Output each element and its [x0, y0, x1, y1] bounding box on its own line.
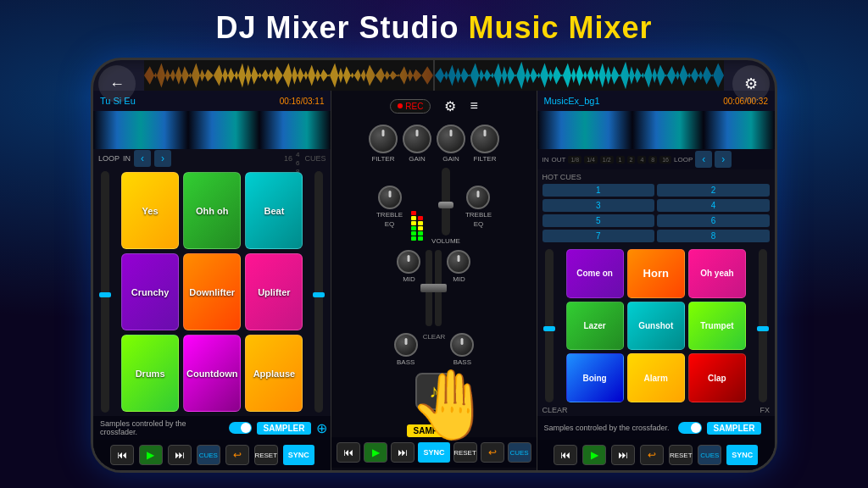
right-in-label: IN — [542, 156, 549, 164]
center-sampler-btn[interactable]: SAMPLER — [407, 424, 462, 437]
bass-right-knob[interactable] — [450, 333, 474, 357]
right-reset-btn[interactable]: RESET — [669, 445, 693, 465]
hot-cue-6[interactable]: 6 — [657, 214, 770, 227]
frac-16[interactable]: 16 — [659, 156, 671, 164]
left-right-pitch-bar[interactable] — [314, 171, 323, 413]
filter-left-knob[interactable] — [369, 125, 398, 153]
frac-2[interactable]: 2 — [627, 156, 636, 164]
hot-cue-7[interactable]: 7 — [542, 230, 655, 242]
right-next-btn[interactable]: ⏭ — [611, 445, 635, 465]
hot-cue-3[interactable]: 3 — [542, 199, 655, 212]
right-pad-4[interactable]: Lazer — [566, 302, 624, 351]
center-transport: ⏮ ▶ ⏭ SYNC RESET ↩ CUES — [331, 437, 536, 468]
right-pitch-bar-left[interactable] — [545, 249, 554, 402]
hot-cue-8[interactable]: 8 — [657, 230, 770, 242]
center-prev-btn[interactable]: ⏮ — [337, 442, 360, 463]
right-nav-next[interactable]: › — [715, 151, 732, 168]
center-loop-btn[interactable]: ↩ — [481, 442, 504, 463]
left-pad-1[interactable]: Yes — [121, 172, 179, 249]
right-pad-2[interactable]: Horn — [627, 249, 685, 298]
left-pad-5[interactable]: Downlifter — [183, 253, 241, 330]
left-prev-btn[interactable]: ⏮ — [110, 445, 134, 465]
right-pad-5[interactable]: Gunshot — [627, 302, 685, 351]
left-pad-8[interactable]: Countdown — [183, 335, 241, 412]
right-pad-3[interactable]: Oh yeah — [688, 249, 746, 298]
right-fx-label: FX — [760, 406, 770, 414]
right-nav-prev[interactable]: ‹ — [695, 151, 712, 168]
center-cues-btn[interactable]: CUES — [508, 442, 531, 463]
left-pad-6[interactable]: Uplifter — [245, 253, 303, 330]
treble-eq-left: TREBLE EQ — [376, 186, 403, 228]
right-play-btn[interactable]: ▶ — [582, 445, 606, 465]
frac-1-4[interactable]: 1/4 — [584, 156, 598, 164]
music-note-btn[interactable]: ♪ — [415, 373, 453, 410]
left-cues-btn[interactable]: CUES — [197, 445, 220, 465]
back-button[interactable]: ← — [98, 65, 136, 103]
frac-4[interactable]: 4 — [637, 156, 646, 164]
phone-frame: ← ⚙ Tu Si Eu 00:16/03:11 LOOP IN ‹ › 16 — [91, 58, 777, 473]
bass-right-label: BASS — [453, 358, 471, 366]
left-toggle[interactable] — [229, 422, 252, 434]
frac-1-8[interactable]: 1/8 — [568, 156, 581, 164]
right-pad-7[interactable]: Boing — [566, 353, 624, 402]
treble-left-label: TREBLE — [376, 211, 403, 219]
right-pad-8[interactable]: Alarm — [627, 353, 685, 402]
center-play-btn[interactable]: ▶ — [364, 442, 387, 463]
left-right-pitch-thumb — [313, 292, 325, 297]
left-pad-7[interactable]: Drums — [121, 335, 179, 412]
settings-button[interactable]: ⚙ — [732, 65, 770, 103]
right-prev-btn[interactable]: ⏮ — [554, 445, 577, 465]
right-pitch-bar-right[interactable] — [759, 249, 767, 402]
right-sampler-btn[interactable]: SAMPLER — [707, 422, 762, 435]
center-sync-btn[interactable]: SYNC — [418, 442, 449, 463]
right-pad-1[interactable]: Come on — [566, 249, 624, 298]
eq-icon[interactable]: ⚙ — [444, 98, 456, 114]
left-pad-2[interactable]: Ohh oh — [183, 172, 241, 249]
right-loop-btn[interactable]: ↩ — [640, 445, 664, 465]
right-pad-6[interactable]: Trumpet — [688, 302, 746, 351]
left-in-label: IN — [123, 154, 131, 163]
treble-right-knob[interactable] — [466, 186, 490, 209]
hot-cue-2[interactable]: 2 — [657, 184, 770, 197]
left-pad-4[interactable]: Crunchy — [121, 253, 179, 330]
hot-cue-1[interactable]: 1 — [542, 184, 655, 197]
right-fader-track[interactable] — [435, 250, 442, 326]
center-next-btn[interactable]: ⏭ — [391, 442, 415, 463]
left-play-btn[interactable]: ▶ — [139, 445, 163, 465]
filter-right-knob[interactable] — [470, 125, 499, 153]
right-pad-9[interactable]: Clap — [688, 353, 746, 402]
treble-left-knob[interactable] — [378, 186, 402, 209]
rec-button[interactable]: REC — [390, 99, 431, 114]
right-cues-btn[interactable]: CUES — [698, 445, 721, 465]
left-pad-9[interactable]: Applause — [245, 335, 303, 412]
frac-1[interactable]: 1 — [616, 156, 625, 164]
menu-icon[interactable]: ≡ — [470, 98, 477, 114]
mid-left-knob[interactable] — [397, 250, 420, 274]
gain-left-knob[interactable] — [403, 125, 431, 153]
mid-right-knob[interactable] — [447, 250, 470, 274]
volume-fader[interactable] — [442, 168, 450, 236]
vu-meters — [408, 173, 426, 241]
rec-label: REC — [405, 102, 423, 111]
left-nav-next[interactable]: › — [154, 150, 171, 167]
left-next-btn[interactable]: ⏭ — [168, 445, 192, 465]
right-fader-thumb — [430, 284, 447, 292]
left-sampler-btn[interactable]: SAMPLER — [257, 422, 312, 435]
left-pitch-bar[interactable] — [101, 171, 109, 413]
gain-right-knob[interactable] — [437, 125, 465, 153]
hot-cue-5[interactable]: 5 — [542, 214, 655, 227]
right-sync-btn[interactable]: SYNC — [726, 445, 758, 465]
hot-cue-4[interactable]: 4 — [657, 199, 770, 212]
left-sync-btn[interactable]: SYNC — [283, 445, 314, 465]
left-nav-prev[interactable]: ‹ — [134, 150, 151, 167]
bass-left-knob[interactable] — [394, 333, 418, 357]
left-loop-btn[interactable]: ↩ — [225, 445, 249, 465]
center-reset-btn[interactable]: RESET — [453, 442, 477, 463]
frac-8[interactable]: 8 — [648, 156, 657, 164]
left-waveform-visual — [93, 111, 331, 149]
left-add-icon[interactable]: ⊕ — [316, 420, 327, 436]
frac-1-2[interactable]: 1/2 — [600, 156, 614, 164]
left-reset-btn[interactable]: RESET — [254, 445, 278, 465]
left-pad-3[interactable]: Beat — [245, 172, 303, 249]
right-toggle[interactable] — [678, 422, 702, 434]
